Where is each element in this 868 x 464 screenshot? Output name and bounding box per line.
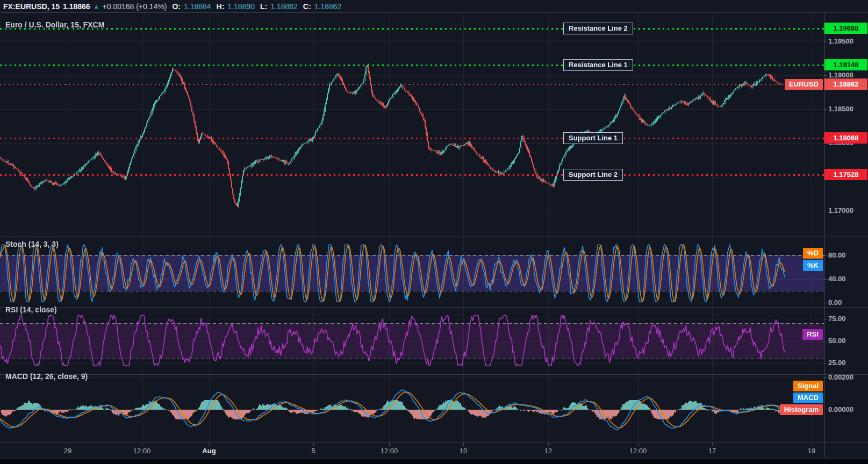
price-scale-tick	[824, 319, 827, 319]
macd-pane-title[interactable]: MACD (12, 26, close, 9)	[5, 372, 88, 381]
open-label: O:	[172, 2, 181, 11]
price-scale-label: 0.00200	[828, 373, 853, 381]
macd-pane[interactable]	[0, 375, 824, 442]
symbol-price-label: EURUSD	[785, 79, 823, 90]
eurusd-line[interactable]	[0, 84, 824, 85]
open-value: 1.18884	[184, 2, 211, 11]
price-scale-label: 1.19000	[828, 71, 853, 79]
price-scale-label: 0.00000	[828, 405, 853, 413]
indicator-badge: %K	[803, 260, 823, 271]
indicator-badge: RSI	[802, 329, 823, 340]
price-scale-tick	[824, 363, 827, 363]
time-axis-tick	[389, 443, 390, 446]
time-axis-tick	[68, 443, 68, 446]
time-axis-label: 12:00	[126, 447, 158, 455]
price-scale-tick	[824, 279, 827, 280]
low-label: L:	[260, 2, 267, 11]
stoch-pane-title[interactable]: Stoch (14, 3, 3)	[5, 240, 59, 248]
indicator-badge: %D	[803, 248, 823, 259]
last-price: 1.18866	[63, 2, 90, 11]
price-scale-label: 40.00	[828, 275, 846, 283]
bottom-strip	[0, 458, 868, 464]
price-level-badge: 1.19148	[824, 59, 867, 70]
time-axis-label: Aug	[193, 447, 225, 455]
high-value: 1.18890	[227, 2, 255, 11]
symbol-header: FX:EURUSD, 15 1.18866 ▲ +0.00168 (+0.14%…	[0, 0, 868, 12]
support-line-2-line[interactable]	[0, 174, 824, 176]
high-label: H:	[217, 2, 225, 11]
main-price-pane[interactable]	[0, 13, 824, 237]
rsi-pane-title[interactable]: RSI (14, close)	[5, 305, 57, 314]
support-line-1-label[interactable]: Support Line 1	[563, 132, 623, 144]
price-scale-label: 75.00	[828, 315, 846, 323]
resistance-line-2-line[interactable]	[0, 28, 824, 30]
trading-chart-app: FX:EURUSD, 15 1.18866 ▲ +0.00168 (+0.14%…	[0, 0, 868, 464]
low-value: 1.18862	[270, 2, 298, 11]
resistance-line-1-line[interactable]	[0, 65, 824, 66]
resistance-line-1-label[interactable]: Resistance Line 1	[563, 59, 633, 71]
up-triangle-icon: ▲	[94, 3, 99, 10]
price-scale-label: 50.00	[828, 337, 846, 345]
price-level-badge: 1.19688	[824, 23, 867, 34]
time-axis-label: 10	[447, 447, 479, 455]
stoch-pane[interactable]	[0, 237, 824, 307]
indicator-badge: MACD	[793, 392, 823, 403]
time-axis-label: 12:00	[373, 447, 405, 455]
time-axis-label: 29	[52, 447, 84, 455]
price-scale-tick	[824, 255, 827, 256]
price-scale-label: 1.18500	[828, 105, 853, 113]
time-axis-label: 12	[532, 447, 564, 455]
time-axis-tick	[209, 443, 210, 446]
time-axis-tick	[548, 443, 549, 446]
price-scale-label: 25.00	[828, 359, 846, 367]
symbol-name[interactable]: FX:EURUSD, 15	[3, 2, 60, 11]
time-axis-label: 12:00	[622, 447, 654, 455]
price-scale-label: 1.17000	[828, 206, 853, 215]
time-axis-label: 5	[297, 447, 329, 455]
main-pane-title[interactable]: Euro / U.S. Dollar, 15, FXCM	[5, 20, 104, 29]
indicator-badge: Signal	[793, 381, 823, 391]
price-scale-tick	[824, 75, 827, 76]
support-line-2-label[interactable]: Support Line 2	[563, 169, 623, 181]
resistance-line-2-label[interactable]: Resistance Line 2	[563, 23, 633, 34]
price-scale-tick	[824, 341, 827, 341]
price-change: +0.00168 (+0.14%)	[103, 2, 167, 11]
close-value: 1.18862	[314, 2, 342, 11]
price-scale-label: 80.00	[828, 251, 846, 259]
time-axis-label: 19	[795, 447, 828, 455]
price-scale-tick	[824, 211, 827, 211]
price-scale-tick	[824, 303, 827, 303]
price-scale-tick	[824, 377, 827, 378]
time-axis-tick	[712, 443, 713, 446]
indicator-badge: Histogram	[780, 404, 823, 415]
time-axis-tick	[313, 443, 314, 446]
time-axis-tick	[142, 443, 142, 446]
time-axis-tick	[638, 443, 639, 446]
price-scale-label: 0.00	[828, 298, 842, 306]
close-label: C:	[303, 2, 311, 11]
price-level-badge: 1.18862	[824, 78, 867, 90]
rsi-pane[interactable]	[0, 308, 824, 374]
price-level-badge: 1.18068	[824, 132, 867, 144]
price-scale-tick	[824, 109, 827, 110]
support-line-1-line[interactable]	[0, 138, 824, 139]
price-scale-tick	[824, 41, 827, 42]
price-level-badge: 1.17528	[824, 169, 867, 180]
time-axis-tick	[463, 443, 464, 446]
time-axis-label: 17	[696, 447, 728, 455]
time-axis-separator	[0, 442, 868, 443]
time-axis-tick	[812, 443, 812, 446]
price-scale-tick	[824, 410, 827, 410]
price-scale-label: 1.19500	[828, 37, 853, 45]
